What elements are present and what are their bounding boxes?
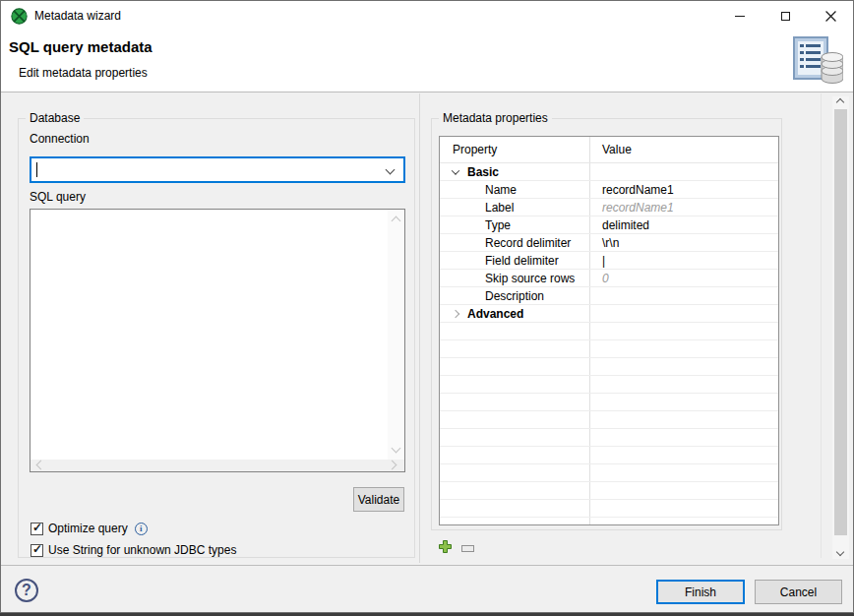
metadata-database-icon bbox=[792, 36, 843, 89]
column-header-value[interactable]: Value bbox=[589, 137, 778, 162]
table-header-row: Property Value bbox=[440, 137, 778, 163]
metadata-wizard-window: Metadata wizard SQL query metadata Edit … bbox=[0, 0, 854, 613]
table-row[interactable]: Record delimiter\r\n bbox=[440, 234, 778, 252]
property-value-cell[interactable]: | bbox=[589, 252, 778, 269]
table-row-empty[interactable] bbox=[440, 518, 778, 525]
sql-horizontal-scrollbar[interactable] bbox=[30, 460, 404, 471]
checkmark-icon: ✓ bbox=[32, 521, 42, 534]
close-icon bbox=[825, 11, 836, 22]
cancel-button[interactable]: Cancel bbox=[755, 580, 842, 604]
table-row-empty[interactable] bbox=[440, 358, 778, 376]
table-row-empty[interactable] bbox=[440, 429, 778, 447]
property-value-cell[interactable]: 0 bbox=[589, 270, 778, 286]
add-row-button[interactable] bbox=[438, 539, 453, 557]
plus-icon bbox=[438, 539, 453, 554]
metadata-group-label: Metadata properties bbox=[439, 111, 552, 125]
property-value-cell[interactable] bbox=[589, 287, 778, 304]
jdbc-string-checkbox-row[interactable]: ✓ Use String for unknown JDBC types bbox=[30, 543, 236, 557]
sql-vertical-scrollbar[interactable] bbox=[388, 210, 404, 460]
validate-button[interactable]: Validate bbox=[353, 487, 404, 512]
checkbox-checked[interactable]: ✓ bbox=[30, 523, 43, 535]
scrollbar-thumb[interactable] bbox=[834, 109, 847, 535]
table-row[interactable]: Advanced bbox=[440, 305, 778, 323]
minimize-icon bbox=[735, 16, 745, 17]
maximize-button[interactable] bbox=[762, 1, 808, 31]
finish-button[interactable]: Finish bbox=[656, 580, 745, 604]
chevron-down-icon[interactable] bbox=[452, 166, 459, 174]
table-row-empty[interactable] bbox=[440, 411, 778, 429]
text-cursor bbox=[36, 162, 37, 177]
table-row-empty[interactable] bbox=[440, 340, 778, 358]
property-table-body: BasicNamerecordName1LabelrecordName1Type… bbox=[440, 163, 778, 525]
table-row[interactable]: Description bbox=[440, 287, 778, 305]
table-row[interactable]: Typedelimited bbox=[440, 216, 778, 234]
property-value-cell[interactable]: recordName1 bbox=[589, 199, 778, 216]
info-icon[interactable]: i bbox=[135, 523, 148, 535]
table-actions bbox=[438, 539, 474, 557]
group-row-label: Basic bbox=[467, 165, 499, 179]
chevron-right-icon[interactable] bbox=[452, 309, 459, 317]
connection-combobox[interactable] bbox=[30, 156, 405, 183]
database-groupbox: Database Connection SQL query Validate ✓… bbox=[18, 118, 415, 558]
dialog-vertical-scrollbar[interactable] bbox=[832, 96, 849, 559]
property-value-cell[interactable]: recordName1 bbox=[589, 181, 778, 198]
help-button[interactable]: ? bbox=[15, 579, 38, 602]
table-row[interactable]: Skip source rows0 bbox=[440, 270, 778, 287]
property-value-cell[interactable] bbox=[589, 163, 778, 180]
jdbc-string-label: Use String for unknown JDBC types bbox=[48, 543, 236, 557]
checkmark-icon: ✓ bbox=[32, 542, 42, 556]
table-row-empty[interactable] bbox=[440, 376, 778, 394]
column-header-property[interactable]: Property bbox=[440, 137, 589, 162]
table-row-empty[interactable] bbox=[440, 447, 778, 464]
scroll-up-icon[interactable] bbox=[836, 98, 844, 106]
button-bar: ? Finish Cancel bbox=[1, 565, 853, 613]
table-row[interactable]: NamerecordName1 bbox=[440, 181, 778, 199]
metadata-groupbox: Metadata properties Property Value Basic… bbox=[431, 118, 782, 530]
page-title: SQL query metadata bbox=[9, 38, 152, 55]
wizard-header: SQL query metadata Edit metadata propert… bbox=[1, 31, 853, 92]
table-row-empty[interactable] bbox=[440, 323, 778, 340]
page-subtitle: Edit metadata properties bbox=[19, 66, 148, 80]
clover-app-icon bbox=[11, 8, 28, 25]
chevron-down-icon[interactable] bbox=[386, 165, 396, 175]
checkbox-checked[interactable]: ✓ bbox=[30, 544, 43, 557]
connection-label: Connection bbox=[30, 132, 90, 146]
group-row-label: Advanced bbox=[467, 307, 523, 321]
sql-query-label: SQL query bbox=[30, 190, 86, 204]
table-row[interactable]: Field delimiter| bbox=[440, 252, 778, 270]
property-value-cell[interactable]: \r\n bbox=[589, 234, 778, 251]
table-row-empty[interactable] bbox=[440, 482, 778, 500]
remove-row-button[interactable] bbox=[461, 545, 474, 552]
property-value-cell[interactable]: delimited bbox=[589, 216, 778, 233]
property-value-cell[interactable] bbox=[589, 305, 778, 322]
scroll-up-icon[interactable] bbox=[392, 216, 401, 226]
scroll-down-icon[interactable] bbox=[392, 444, 401, 454]
table-row-empty[interactable] bbox=[440, 464, 778, 482]
scroll-left-icon[interactable] bbox=[36, 461, 46, 470]
scroll-right-icon[interactable] bbox=[388, 461, 397, 470]
pane-divider-right bbox=[821, 93, 822, 558]
database-group-label: Database bbox=[26, 111, 84, 125]
titlebar: Metadata wizard bbox=[1, 1, 853, 31]
close-button[interactable] bbox=[808, 1, 853, 31]
minimize-button[interactable] bbox=[717, 1, 762, 31]
pane-divider bbox=[419, 93, 420, 563]
table-row[interactable]: LabelrecordName1 bbox=[440, 199, 778, 216]
optimize-query-label: Optimize query bbox=[48, 522, 128, 535]
maximize-icon bbox=[781, 12, 790, 21]
optimize-query-checkbox-row[interactable]: ✓ Optimize query i bbox=[30, 522, 148, 535]
table-row-empty[interactable] bbox=[440, 394, 778, 411]
property-table: Property Value BasicNamerecordName1Label… bbox=[439, 136, 779, 525]
table-row[interactable]: Basic bbox=[440, 163, 778, 181]
scroll-down-icon[interactable] bbox=[836, 548, 844, 556]
sql-query-textarea[interactable] bbox=[30, 209, 405, 472]
table-row-empty[interactable] bbox=[440, 500, 778, 518]
window-title: Metadata wizard bbox=[34, 1, 121, 31]
